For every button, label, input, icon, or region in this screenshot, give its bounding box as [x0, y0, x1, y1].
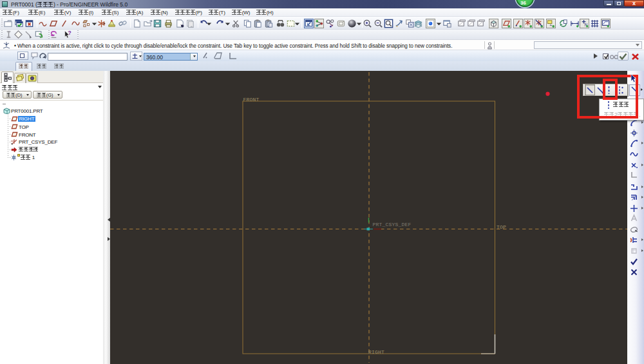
svg-text:FRONT: FRONT [243, 97, 260, 102]
svg-text:TOP: TOP [497, 224, 506, 230]
svg-text:PRT_CSYS_DEF: PRT_CSYS_DEF [373, 222, 412, 227]
svg-text:RIGHT: RIGHT [368, 349, 384, 355]
svg-text:?: ? [68, 30, 71, 36]
